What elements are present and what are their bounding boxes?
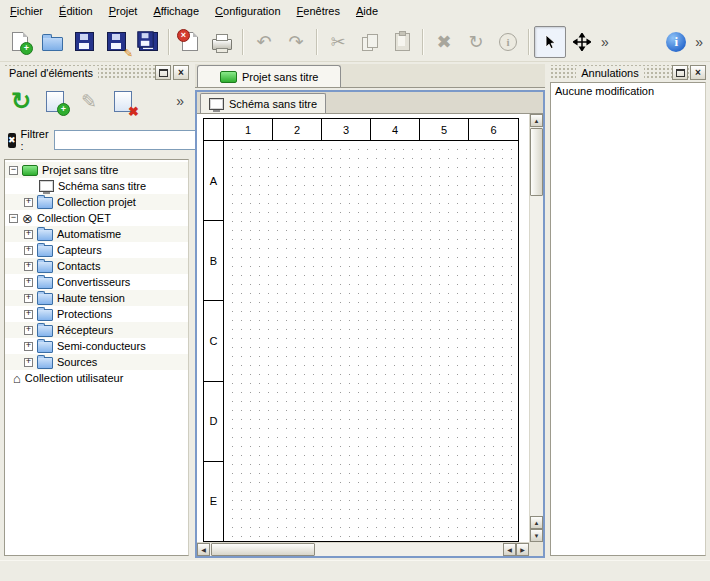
expand-expander-icon[interactable]: + [24, 246, 33, 255]
scroll-up-button[interactable]: ▲ [530, 516, 543, 529]
float-panel-button[interactable] [155, 65, 171, 80]
toolbar-overflow-chevron[interactable]: » [598, 34, 612, 50]
scroll-right-button[interactable]: ▶ [516, 543, 529, 556]
tree-item-haute-tension[interactable]: + Haute tension [5, 290, 188, 306]
horizontal-scrollbar[interactable]: ◀ ◀ ▶ [197, 542, 529, 556]
diagram-grid-canvas[interactable] [224, 141, 518, 541]
filter-input[interactable] [54, 130, 202, 150]
rotate-button[interactable]: ↻ [460, 26, 492, 58]
ruler-corner [204, 119, 224, 140]
undo-panel-titlebar[interactable]: Annulations × [550, 65, 706, 80]
delete-overlay-icon: ✖ [128, 105, 139, 118]
selection-tool-button[interactable] [534, 26, 566, 58]
expand-expander-icon[interactable]: + [24, 198, 33, 207]
scroll-left-button[interactable]: ◀ [503, 543, 516, 556]
filter-clear-icon[interactable]: ✖ [8, 133, 16, 148]
element-info-button[interactable]: i [492, 26, 524, 58]
menu-fichier[interactable]: Fichier [2, 2, 51, 20]
mdi-area: Projet sans titre Schéma sans titre 1 2 [195, 64, 545, 558]
vertical-scrollbar[interactable]: ▲ ▲ ▼ [529, 114, 543, 542]
expand-expander-icon[interactable]: + [24, 326, 33, 335]
elements-panel-titlebar[interactable]: Panel d'éléments × [4, 65, 189, 80]
row-header: C [204, 301, 223, 381]
project-tab[interactable]: Projet sans titre [197, 65, 341, 87]
panel-toolbar-overflow-chevron[interactable]: » [173, 93, 187, 109]
undo-button[interactable]: ↶ [248, 26, 280, 58]
filter-row: ✖ Filtrer : [2, 127, 191, 153]
tree-item-contacts[interactable]: + Contacts [5, 258, 188, 274]
pencil-icon: ✎ [81, 92, 97, 111]
toolbar-overflow-chevron-right[interactable]: » [692, 34, 706, 50]
tree-item-recepteurs[interactable]: + Récepteurs [5, 322, 188, 338]
folder-icon [37, 357, 53, 369]
close-document-button[interactable]: × [174, 26, 206, 58]
move-tool-button[interactable] [566, 26, 598, 58]
tree-item-collection-utilisateur[interactable]: ⌂ Collection utilisateur [5, 370, 188, 386]
undo-history-item[interactable]: Aucune modification [551, 83, 705, 99]
tree-item-protections[interactable]: + Protections [5, 306, 188, 322]
delete-button[interactable]: ✖ [428, 26, 460, 58]
vertical-scroll-thumb[interactable] [530, 128, 543, 196]
reload-collections-button[interactable]: ↻ [6, 86, 36, 116]
expand-expander-icon[interactable]: + [24, 294, 33, 303]
undo-history-list[interactable]: Aucune modification [550, 82, 706, 556]
collapse-expander-icon[interactable]: − [9, 166, 18, 175]
qelectrotech-window: Fichier Édition Projet Affichage Configu… [0, 0, 710, 581]
expand-expander-icon[interactable]: + [24, 230, 33, 239]
about-button[interactable]: i [660, 26, 692, 58]
scroll-up-button[interactable]: ▲ [530, 114, 543, 127]
redo-icon: ↷ [288, 33, 303, 51]
tree-item-collection-qet[interactable]: − ⊗ Collection QET [5, 210, 188, 226]
menu-projet[interactable]: Projet [101, 2, 146, 20]
menu-configuration[interactable]: Configuration [207, 2, 288, 20]
paste-button[interactable] [386, 26, 418, 58]
expand-expander-icon[interactable]: + [24, 310, 33, 319]
horizontal-scroll-thumb[interactable] [211, 543, 315, 556]
collapse-expander-icon[interactable]: − [9, 214, 18, 223]
tree-item-convertisseurs[interactable]: + Convertisseurs [5, 274, 188, 290]
tree-item-automatisme[interactable]: + Automatisme [5, 226, 188, 242]
save-button[interactable] [68, 26, 100, 58]
tree-item-collection-projet[interactable]: + Collection projet [5, 194, 188, 210]
expand-expander-icon[interactable]: + [24, 262, 33, 271]
tree-item-capteurs[interactable]: + Capteurs [5, 242, 188, 258]
paste-icon [395, 33, 410, 51]
main-toolbar: + ✎ × ↶ ↷ ✂ [0, 22, 710, 62]
menu-fenetres[interactable]: Fenêtres [289, 2, 348, 20]
scroll-left-button[interactable]: ◀ [197, 543, 210, 556]
cut-button[interactable]: ✂ [322, 26, 354, 58]
info-grey-icon: i [499, 33, 517, 51]
save-all-button[interactable] [132, 26, 164, 58]
expand-expander-icon[interactable]: + [24, 342, 33, 351]
save-icon [75, 32, 94, 51]
save-as-button[interactable]: ✎ [100, 26, 132, 58]
menu-edition[interactable]: Édition [51, 2, 101, 20]
expand-expander-icon[interactable]: + [24, 358, 33, 367]
redo-button[interactable]: ↷ [280, 26, 312, 58]
copy-button[interactable] [354, 26, 386, 58]
new-element-button[interactable]: + [40, 86, 70, 116]
float-panel-button[interactable] [672, 65, 688, 80]
new-document-button[interactable]: + [4, 26, 36, 58]
menu-aide[interactable]: Aide [348, 2, 386, 20]
expand-expander-icon[interactable]: + [24, 278, 33, 287]
tree-item-schema[interactable]: Schéma sans titre [5, 178, 188, 194]
open-button[interactable] [36, 26, 68, 58]
schema-view[interactable]: 1 2 3 4 5 6 A B C D [197, 114, 543, 556]
tree-item-semi-conducteurs[interactable]: + Semi-conducteurs [5, 338, 188, 354]
tree-item-project[interactable]: − Projet sans titre [5, 162, 188, 178]
schema-tab[interactable]: Schéma sans titre [200, 93, 326, 113]
open-folder-icon [42, 37, 63, 51]
edit-element-button[interactable]: ✎ [74, 86, 104, 116]
menu-affichage[interactable]: Affichage [145, 2, 207, 20]
tree-item-sources[interactable]: + Sources [5, 354, 188, 370]
tree-item-label: Schéma sans titre [58, 180, 146, 192]
project-icon [220, 71, 237, 83]
close-panel-button[interactable]: × [173, 65, 189, 80]
project-tab-label: Projet sans titre [242, 71, 318, 83]
print-button[interactable] [206, 26, 238, 58]
folder-icon [37, 341, 53, 353]
close-panel-button[interactable]: × [690, 65, 706, 80]
scroll-down-button[interactable]: ▼ [530, 529, 543, 542]
delete-element-button[interactable]: ✖ [108, 86, 138, 116]
